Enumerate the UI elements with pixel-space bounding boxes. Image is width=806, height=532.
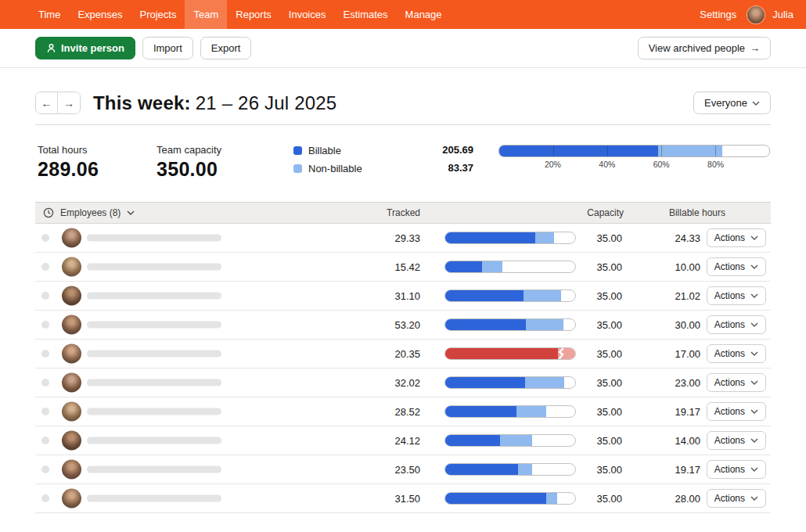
nav-item-manage[interactable]: Manage [397,0,451,29]
utilization-bar [444,405,576,418]
tracked-value: 29.33 [364,232,420,244]
status-dot [41,466,49,473]
actions-button[interactable]: Actions [707,286,766,305]
billable-fill [445,290,524,301]
avatar [62,431,81,451]
chevron-down-icon [750,293,758,298]
status-dot [41,350,49,358]
tick-mark [553,146,554,156]
view-archived-people-button[interactable]: View archived people → [638,37,771,59]
actions-button[interactable]: Actions [707,489,766,508]
chevron-down-icon [750,438,758,443]
clock-icon [43,207,54,218]
billable-value: 17.00 [646,348,700,360]
view-archived-label: View archived people [649,42,745,54]
import-button[interactable]: Import [142,37,193,59]
actions-button[interactable]: Actions [707,315,766,334]
actions-button[interactable]: Actions [707,228,766,247]
avatar [62,460,81,480]
tracked-value: 31.50 [364,493,420,505]
name-placeholder [87,293,221,300]
invite-person-button[interactable]: Invite person [35,37,135,59]
billable-value: 19.17 [646,406,700,418]
nav-item-settings[interactable]: Settings [696,9,739,20]
billable-value: 19.17 [646,464,700,476]
legend-nonbillable-row: Non-billable [293,162,362,174]
name-placeholder [87,408,221,415]
nav-item-reports[interactable]: Reports [227,0,280,29]
total-hours-block: Total hours 289.06 [38,144,99,181]
nav-item-estimates[interactable]: Estimates [335,0,397,29]
billable-fill [445,319,526,330]
everyone-filter-dropdown[interactable]: Everyone [693,92,771,114]
capacity-value: 35.00 [575,261,622,273]
tick-mark [607,146,608,156]
billable-value: 28.00 [646,493,700,505]
status-dot [41,408,49,415]
utilization-bar [444,376,576,389]
tracked-value: 28.52 [364,406,420,418]
nav-item-team[interactable]: Team [185,0,227,29]
billable-value: 10.00 [646,261,700,273]
table-row: 29.3335.0024.33Actions [35,224,771,253]
table-row: 32.0235.0023.00Actions [35,368,771,397]
nav-item-expenses[interactable]: Expenses [69,0,131,29]
capacity-progress: 20%40%60%80% [498,145,770,171]
actions-button[interactable]: Actions [707,402,766,421]
avatar [62,489,81,509]
nonbillable-value: 83.37 [426,162,473,174]
tick-mark [661,146,662,156]
capacity-value: 35.00 [575,435,622,447]
name-placeholder [87,437,221,444]
toolbar: Invite person Import Export View archive… [0,29,806,68]
employees-label: Employees (8) [60,207,121,218]
tracked-column-header: Tracked [364,207,420,218]
utilization-bar [444,347,576,360]
tracked-value: 53.20 [364,319,420,331]
status-dot [41,292,49,300]
team-capacity-label: Team capacity [157,144,221,156]
tracked-value: 31.10 [364,290,420,302]
nav-item-time[interactable]: Time [30,0,69,29]
avatar [62,257,81,277]
capacity-value: 35.00 [575,319,622,331]
utilization-bar [444,463,576,476]
export-button[interactable]: Export [200,37,252,59]
nav-item-projects[interactable]: Projects [131,0,185,29]
table-row: 23.5035.0019.17Actions [35,455,771,484]
billable-fill [445,377,525,388]
billable-value: 23.00 [646,377,700,389]
actions-button[interactable]: Actions [707,344,766,363]
billable-label: Billable [308,145,341,156]
avatar [62,373,81,393]
actions-button[interactable]: Actions [707,257,766,276]
over-capacity-break-icon [558,348,565,359]
prev-week-button[interactable]: ← [36,92,58,113]
user-name[interactable]: Julia [772,9,793,20]
invite-person-label: Invite person [61,42,124,54]
user-avatar[interactable] [747,6,765,23]
tracked-value: 23.50 [364,464,420,476]
actions-button[interactable]: Actions [707,431,766,450]
table-row: 28.5235.0019.17Actions [35,397,771,426]
section-divider [35,124,771,125]
next-week-button[interactable]: → [58,92,80,113]
week-title-prefix: This week: [93,92,191,113]
nav-items: TimeExpensesProjectsTeamReportsInvoicesE… [30,0,451,29]
name-placeholder [87,264,221,271]
utilization-bar [444,232,576,244]
tracked-value: 20.35 [364,348,420,360]
billable-swatch [293,146,302,155]
nav-item-invoices[interactable]: Invoices [280,0,335,29]
capacity-value: 35.00 [575,377,622,389]
nonbillable-label: Non-billable [308,163,362,174]
employees-dropdown[interactable]: Employees (8) [35,207,135,218]
actions-button[interactable]: Actions [707,460,766,479]
billable-legend: Billable Non-billable [293,144,362,180]
actions-button[interactable]: Actions [707,373,766,392]
chevron-down-icon [750,496,758,501]
capacity-tick-labels: 20%40%60%80% [498,160,770,171]
table-row: 31.5035.0028.00Actions [35,484,771,513]
avatar [62,315,81,335]
status-dot [41,263,49,271]
